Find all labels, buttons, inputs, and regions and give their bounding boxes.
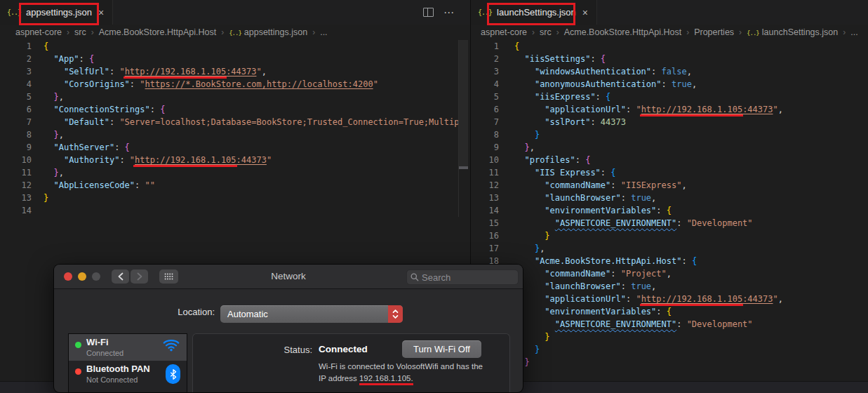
- code-line[interactable]: "anonymousAuthentication": true,: [514, 78, 867, 91]
- code-line[interactable]: "launchBrowser": true,: [514, 280, 867, 293]
- line-number: 8: [0, 128, 32, 141]
- breadcrumb-item[interactable]: ...: [850, 27, 857, 37]
- code-line[interactable]: },: [514, 242, 867, 255]
- code-line[interactable]: "Authority": "http://192.168.1.105:44373…: [44, 154, 458, 166]
- wifi-description-line2: IP address 192.168.1.105.: [319, 373, 523, 385]
- breadcrumb-item[interactable]: src: [74, 27, 86, 37]
- show-all-grid-icon[interactable]: [159, 269, 178, 284]
- turn-wifi-off-button[interactable]: Turn Wi-Fi Off: [402, 340, 481, 358]
- breadcrumb-item[interactable]: Acme.BookStore.HttpApi.Host: [564, 27, 681, 37]
- network-preferences-window: Network Search Location: Automatic Wi-Fi…: [53, 264, 523, 393]
- line-number: 5: [471, 91, 499, 103]
- code-area-launchsettings[interactable]: { "iisSettings": { "windowsAuthenticatio…: [514, 40, 867, 368]
- code-line[interactable]: "CorsOrigins": "https://*.BookStore.com,…: [44, 78, 458, 91]
- code-line[interactable]: "applicationUrl": "http://192.168.1.105:…: [514, 293, 867, 305]
- service-row-bluetooth-pan[interactable]: Bluetooth PANNot Connected: [69, 361, 187, 393]
- code-line[interactable]: "ASPNETCORE_ENVIRONMENT": "Development": [514, 217, 867, 229]
- line-number: 3: [471, 65, 499, 78]
- code-line[interactable]: "sslPort": 44373: [514, 116, 867, 128]
- tab-bar-left: {..} appsettings.json × ⋯: [0, 0, 470, 25]
- window-titlebar[interactable]: Network Search: [54, 265, 523, 289]
- breadcrumb-item[interactable]: {..}appsettings.json: [229, 27, 307, 37]
- code-line[interactable]: "applicationUrl": "http://192.168.1.105:…: [514, 103, 867, 116]
- code-line[interactable]: "profiles": {: [514, 154, 867, 166]
- breadcrumb-separator: ›: [739, 27, 742, 37]
- line-number: 16: [471, 229, 499, 242]
- scrollbar-thumb[interactable]: [459, 40, 468, 166]
- line-number: 3: [0, 65, 32, 78]
- code-line[interactable]: "iisSettings": {: [514, 53, 867, 65]
- back-button[interactable]: [112, 269, 129, 284]
- line-number: 7: [0, 116, 32, 128]
- code-line[interactable]: "commandName": "Project",: [514, 267, 867, 280]
- breadcrumb-item[interactable]: ...: [320, 27, 327, 37]
- code-line[interactable]: "ASPNETCORE_ENVIRONMENT": "Development": [514, 318, 867, 331]
- dropdown-stepper-icon: [388, 305, 403, 323]
- code-line[interactable]: }: [514, 356, 867, 368]
- service-status: Connected: [86, 349, 123, 357]
- chevron-left-icon: [117, 272, 124, 281]
- code-line[interactable]: {: [514, 40, 867, 53]
- minimize-window-icon[interactable]: [78, 272, 86, 281]
- line-number: 8: [471, 128, 499, 141]
- search-placeholder: Search: [422, 272, 450, 283]
- location-dropdown[interactable]: Automatic: [220, 305, 403, 323]
- tab-appsettings-json[interactable]: {..} appsettings.json ×: [0, 0, 113, 25]
- screen: {..} appsettings.json × ⋯ aspnet-core›sr…: [0, 0, 868, 393]
- service-status: Not Connected: [86, 375, 138, 384]
- code-line[interactable]: {: [44, 40, 458, 53]
- code-line[interactable]: "windowsAuthentication": false,: [514, 65, 867, 78]
- code-line[interactable]: "AbpLicenseCode": "": [44, 179, 458, 192]
- code-line[interactable]: "environmentVariables": {: [514, 204, 867, 217]
- code-area-appsettings[interactable]: { "App": { "SelfUrl": "http://192.168.1.…: [44, 40, 458, 217]
- tab-launchsettings-json[interactable]: {..} launchSettings.json ×: [471, 0, 597, 25]
- code-line[interactable]: }: [514, 229, 867, 242]
- code-line[interactable]: "App": {: [44, 53, 458, 65]
- code-line[interactable]: },: [514, 141, 867, 154]
- breadcrumb-item[interactable]: aspnet-core: [15, 27, 62, 37]
- json-braces-icon: {..}: [478, 8, 492, 16]
- code-line[interactable]: "launchBrowser": true,: [514, 192, 867, 204]
- breadcrumb-item[interactable]: {..}launchSettings.json: [747, 27, 838, 37]
- breadcrumb-item[interactable]: Properties: [694, 27, 734, 37]
- code-line[interactable]: [44, 204, 458, 217]
- search-icon: [410, 273, 419, 281]
- code-line[interactable]: }: [44, 192, 458, 204]
- code-line[interactable]: "environmentVariables": {: [514, 305, 867, 318]
- code-line[interactable]: "Acme.BookStore.HttpApi.Host": {: [514, 255, 867, 267]
- line-number: 5: [0, 91, 32, 103]
- chevron-right-icon: [136, 272, 143, 281]
- service-name: Bluetooth PAN: [86, 364, 150, 374]
- line-numbers: 1234567891011121314: [0, 40, 32, 217]
- breadcrumb-item[interactable]: src: [540, 27, 552, 37]
- line-number: 10: [0, 154, 32, 166]
- breadcrumb-item[interactable]: aspnet-core: [481, 27, 527, 37]
- status-value: Connected: [319, 344, 368, 354]
- split-editor-icon[interactable]: [423, 8, 434, 17]
- code-line[interactable]: "IIS Express": {: [514, 166, 867, 179]
- code-line[interactable]: }: [514, 128, 867, 141]
- code-line[interactable]: "AuthServer": {: [44, 141, 458, 154]
- json-braces-icon: {..}: [7, 8, 21, 16]
- code-line[interactable]: },: [44, 128, 458, 141]
- code-line[interactable]: }: [514, 331, 867, 343]
- close-tab-icon[interactable]: ×: [98, 8, 104, 18]
- code-line[interactable]: "iisExpress": {: [514, 91, 867, 103]
- close-window-icon[interactable]: [64, 272, 72, 281]
- code-line[interactable]: },: [44, 91, 458, 103]
- zoom-window-icon[interactable]: [92, 272, 100, 281]
- search-input[interactable]: Search: [406, 269, 519, 285]
- close-tab-icon[interactable]: ×: [582, 8, 588, 18]
- code-line[interactable]: }: [514, 343, 867, 356]
- code-line[interactable]: "SelfUrl": "http://192.168.1.105:44373",: [44, 65, 458, 78]
- breadcrumb-item[interactable]: Acme.BookStore.HttpApi.Host: [99, 27, 216, 37]
- code-line[interactable]: "ConnectionStrings": {: [44, 103, 458, 116]
- code-line[interactable]: "Default": "Server=localhost;Database=Bo…: [44, 116, 458, 128]
- code-line[interactable]: },: [44, 166, 458, 179]
- code-line[interactable]: "commandName": "IISExpress",: [514, 179, 867, 192]
- more-actions-icon[interactable]: ⋯: [443, 9, 455, 16]
- line-number: 1: [471, 40, 499, 53]
- breadcrumb: aspnet-core›src›Acme.BookStore.HttpApi.H…: [0, 25, 470, 40]
- forward-button[interactable]: [131, 269, 148, 284]
- service-row-wi-fi[interactable]: Wi-FiConnected: [69, 334, 187, 361]
